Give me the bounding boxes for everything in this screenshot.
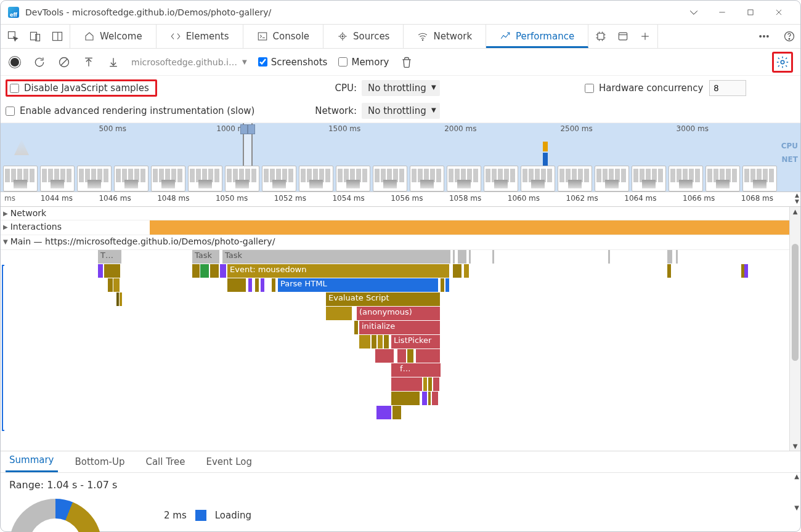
titlebar: DevTools - microsoftedge.github.io/Demos… <box>1 1 800 24</box>
svg-point-33 <box>767 36 769 38</box>
flame-task[interactable]: T… <box>98 250 121 264</box>
svg-rect-7 <box>53 32 62 40</box>
garbage-collect-button[interactable] <box>400 55 413 69</box>
advanced-paint-checkbox[interactable]: Enable advanced rendering instrumentatio… <box>6 105 314 116</box>
detail-tabs: Summary Bottom-Up Call Tree Event Log <box>1 451 800 473</box>
svg-rect-1 <box>748 10 753 15</box>
dtab-bottom-up[interactable]: Bottom-Up <box>71 453 129 472</box>
svg-line-37 <box>61 59 67 65</box>
timeline-overview[interactable]: 500 ms 1000 ms 1500 ms 2000 ms 2500 ms 3… <box>1 123 800 192</box>
tab-network[interactable]: Network <box>404 25 486 48</box>
screenshots-checkbox[interactable]: Screenshots <box>258 57 328 68</box>
svg-point-32 <box>763 36 765 38</box>
network-throttling-label: Network: <box>314 105 357 116</box>
main-track-toggle[interactable]: ▼Main — https://microsoftedge.github.io/… <box>1 235 789 248</box>
flame-task[interactable]: Task <box>222 250 450 264</box>
device-toolbar-icon[interactable] <box>29 30 41 42</box>
panel-layout-icon[interactable] <box>51 30 63 42</box>
network-track-toggle[interactable]: ▶Network <box>1 207 789 219</box>
tab-performance[interactable]: Performance <box>486 25 588 48</box>
hardware-concurrency-input[interactable] <box>709 80 746 96</box>
app-panel-icon[interactable] <box>617 30 629 42</box>
summary-legend-loading: 2 ms Loading <box>164 510 251 521</box>
capture-settings-panel: Disable JavaScript samples CPU: No throt… <box>1 76 800 123</box>
flame-evaluate-script[interactable]: Evaluate Script <box>326 292 440 306</box>
target-frame-dropdown[interactable]: microsoftedge.github.i…▼ <box>131 57 247 67</box>
reload-record-button[interactable] <box>33 55 46 69</box>
flame-chart[interactable]: T… Task Task Event: mousedown <box>6 250 789 435</box>
overview-tick: 500 ms <box>99 124 126 133</box>
overview-tick: 3000 ms <box>677 124 709 133</box>
minimize-button[interactable] <box>708 3 736 22</box>
flame-f[interactable]: f… <box>397 363 417 377</box>
flame-event-mousedown[interactable]: Event: mousedown <box>227 264 449 278</box>
memory-checkbox[interactable]: Memory <box>338 57 389 68</box>
svg-point-35 <box>789 38 790 39</box>
ruler-unit: ms <box>4 194 15 203</box>
tool-tabstrip: Welcome Elements Console Sources Network… <box>1 24 800 49</box>
vertical-scrollbar[interactable]: ▲ ▼ <box>789 207 800 451</box>
svg-rect-27 <box>619 33 627 40</box>
svg-point-42 <box>781 60 784 64</box>
tab-welcome[interactable]: Welcome <box>70 25 157 48</box>
cpu-throttling-select[interactable]: No throttling▼ <box>362 80 440 96</box>
detail-ruler[interactable]: ms 1044 ms 1046 ms 1048 ms 1050 ms 1052 … <box>1 192 800 207</box>
svg-rect-18 <box>598 33 604 39</box>
dtab-event-log[interactable]: Event Log <box>202 453 256 472</box>
close-button[interactable] <box>765 3 793 22</box>
upload-profile-button[interactable] <box>82 55 96 69</box>
flame-listpicker[interactable]: ListPicker <box>391 335 440 349</box>
maximize-button[interactable] <box>736 3 765 22</box>
interaction-bar[interactable] <box>150 220 789 235</box>
overview-tick: 1500 ms <box>328 124 360 133</box>
tab-console[interactable]: Console <box>243 25 324 48</box>
overview-lane-labels: CPU NET <box>781 139 798 166</box>
main-thread-bracket <box>2 265 4 431</box>
flame-initialize[interactable]: initialize <box>359 321 440 334</box>
svg-point-31 <box>760 36 762 38</box>
disable-js-samples-checkbox[interactable]: Disable JavaScript samples <box>6 79 157 97</box>
overview-tick: 2500 ms <box>560 124 592 133</box>
overview-tick: 2000 ms <box>444 124 476 133</box>
dtab-call-tree[interactable]: Call Tree <box>142 453 189 472</box>
flame-anonymous[interactable]: (anonymous) <box>357 307 440 320</box>
legend-swatch-loading <box>195 510 206 521</box>
svg-rect-9 <box>258 33 267 40</box>
svg-point-17 <box>423 39 424 41</box>
capture-settings-button[interactable] <box>772 52 793 73</box>
cpu-spike-icon <box>14 139 29 155</box>
clear-button[interactable] <box>57 55 71 69</box>
flame-task[interactable]: Task <box>192 250 219 264</box>
dtab-summary[interactable]: Summary <box>6 451 58 472</box>
chevron-down-icon[interactable] <box>680 3 708 22</box>
tab-sources[interactable]: Sources <box>323 25 404 48</box>
record-button[interactable] <box>8 55 22 69</box>
summary-donut-chart <box>9 499 102 532</box>
summary-panel: Range: 1.04 s - 1.07 s 2 ms Loading ▲▼ <box>1 473 800 531</box>
add-tab-icon[interactable] <box>639 30 651 42</box>
hardware-concurrency-checkbox[interactable]: Hardware concurrency <box>585 83 703 94</box>
more-menu-icon[interactable] <box>750 25 778 48</box>
cpu-throttling-label: CPU: <box>314 83 357 94</box>
network-throttling-select[interactable]: No throttling▼ <box>362 103 440 119</box>
flame-parse-html[interactable]: Parse HTML <box>278 278 438 292</box>
svg-point-16 <box>342 36 343 37</box>
app-icon <box>8 7 19 18</box>
range-label: Range: 1.04 s - 1.07 s <box>9 479 792 491</box>
tab-elements[interactable]: Elements <box>157 25 243 48</box>
performance-controlbar: microsoftedge.github.i…▼ Screenshots Mem… <box>1 49 800 76</box>
interactions-track[interactable]: ▶Interactions <box>1 220 789 235</box>
download-profile-button[interactable] <box>107 55 120 69</box>
memory-chip-icon[interactable] <box>595 30 607 42</box>
window-title: DevTools - microsoftedge.github.io/Demos… <box>25 7 271 17</box>
inspect-element-icon[interactable] <box>7 30 19 42</box>
network-blip-icon <box>543 142 548 166</box>
tracks-area: ▶Network ▶Interactions ▼Main — https://m… <box>1 207 800 451</box>
screenshot-thumbnails <box>1 166 800 191</box>
help-icon[interactable] <box>778 25 800 48</box>
